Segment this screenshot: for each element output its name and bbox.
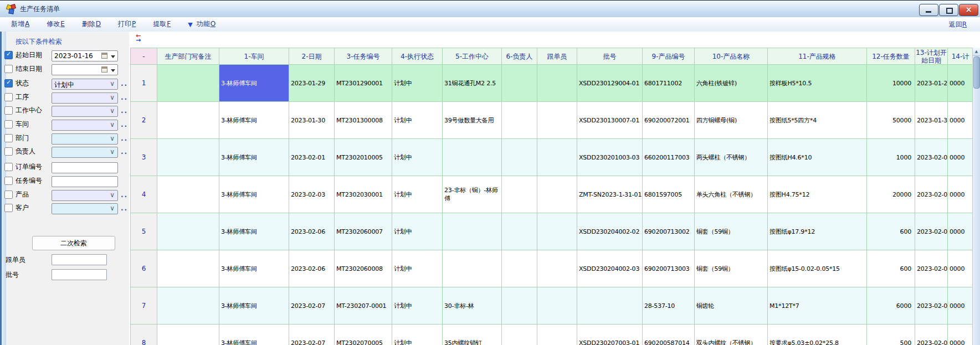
cell[interactable]: [537, 325, 577, 345]
cell[interactable]: 50000: [867, 102, 915, 139]
cell[interactable]: 2023-02-06: [289, 250, 335, 287]
cell[interactable]: [157, 65, 219, 102]
filter-checkbox[interactable]: [4, 120, 13, 128]
cell[interactable]: XSDD230204002-02: [577, 213, 643, 250]
cell[interactable]: XSDD230130007-01: [577, 102, 643, 139]
cell[interactable]: 690200713003: [643, 250, 695, 287]
cell[interactable]: 按样板H5*10.5: [768, 65, 867, 102]
cell[interactable]: 按图H4.75*12: [768, 176, 867, 213]
select-input[interactable]: [52, 147, 118, 158]
cell[interactable]: 0000: [948, 250, 973, 287]
cell[interactable]: 690200713002: [643, 213, 695, 250]
cell[interactable]: 计划中: [392, 176, 443, 213]
column-header[interactable]: 14-计: [948, 48, 973, 65]
cell[interactable]: 2023-01-29: [289, 65, 335, 102]
batch-input[interactable]: [52, 269, 107, 280]
column-header[interactable]: 9-产品编号: [643, 48, 695, 65]
column-header[interactable]: 6-负责人: [502, 48, 537, 65]
cell[interactable]: [502, 213, 537, 250]
menu-item-A[interactable]: 新增A: [11, 19, 29, 29]
select-input[interactable]: [52, 106, 118, 117]
cell[interactable]: 600: [867, 250, 915, 287]
close-button[interactable]: ×: [959, 4, 978, 16]
cell[interactable]: 3-林师傅车间: [219, 102, 289, 139]
cell[interactable]: 3-林师傅车间: [219, 176, 289, 213]
cell[interactable]: 六角柱(铁镀锌): [695, 65, 768, 102]
cell[interactable]: 2023-02-06: [915, 213, 948, 250]
column-header[interactable]: 3-任务编号: [335, 48, 392, 65]
cell[interactable]: M1*12T*7: [768, 287, 867, 325]
cell[interactable]: 0000: [948, 65, 973, 102]
cell[interactable]: 2023-02-03: [915, 176, 948, 213]
lookup-button[interactable]: [121, 107, 128, 115]
row-number-cell[interactable]: 4: [131, 176, 157, 213]
cell[interactable]: 690200587014: [643, 325, 695, 345]
text-input[interactable]: [52, 176, 118, 187]
cell[interactable]: [157, 250, 219, 287]
cell[interactable]: 0000: [948, 213, 973, 250]
lookup-button[interactable]: [121, 191, 128, 199]
cell[interactable]: 690200072001: [643, 102, 695, 139]
cell[interactable]: 20000: [867, 176, 915, 213]
swap-columns-icon[interactable]: ← →: [136, 34, 148, 44]
vertical-scrollbar[interactable]: [972, 48, 980, 345]
cell[interactable]: 2023-01-30: [915, 102, 948, 139]
cell[interactable]: 两头螺柱（不锈钢）: [695, 139, 768, 176]
filter-checkbox[interactable]: [4, 147, 13, 156]
menu-item-D[interactable]: 删除D: [82, 19, 101, 29]
filter-checkbox[interactable]: [4, 79, 13, 87]
minimize-button[interactable]: [919, 4, 938, 16]
cell[interactable]: 计划中: [392, 102, 443, 139]
cell[interactable]: 10000: [867, 65, 915, 102]
cell[interactable]: 计划中: [392, 250, 443, 287]
cell[interactable]: MT2301300008: [335, 102, 392, 139]
column-header[interactable]: 13-计划开始日期: [915, 48, 948, 65]
cell[interactable]: [537, 213, 577, 250]
cell[interactable]: 计划中: [392, 139, 443, 176]
cell[interactable]: [157, 176, 219, 213]
cell[interactable]: [577, 287, 643, 325]
lookup-button[interactable]: [121, 94, 128, 101]
cell[interactable]: ZMT-SN2023-1-31-01: [577, 176, 643, 213]
scroll-up-icon[interactable]: [973, 48, 980, 56]
cell[interactable]: [157, 287, 219, 325]
column-header[interactable]: 生产部门写备注: [157, 48, 219, 65]
cell[interactable]: [157, 213, 219, 250]
cell[interactable]: [443, 213, 502, 250]
cell[interactable]: 双头内螺纹（不锈钢）: [695, 325, 768, 345]
column-header[interactable]: 5-工作中心: [443, 48, 502, 65]
cell[interactable]: 2023-02-06: [289, 213, 335, 250]
filter-checkbox[interactable]: [4, 51, 13, 59]
column-header[interactable]: 11-产品规格: [768, 48, 867, 65]
filter-checkbox[interactable]: [4, 190, 13, 199]
cell[interactable]: XSDD230207003-01: [577, 325, 643, 345]
date-input[interactable]: [52, 64, 118, 75]
cell[interactable]: [537, 287, 577, 325]
cell[interactable]: 0000: [948, 139, 973, 176]
select-input[interactable]: 计划中: [52, 79, 118, 90]
select-input[interactable]: [52, 190, 118, 201]
lookup-button[interactable]: [121, 148, 128, 156]
filter-checkbox[interactable]: [4, 163, 13, 171]
cell[interactable]: 6801711002: [643, 65, 695, 102]
cell[interactable]: [157, 139, 219, 176]
cell[interactable]: 2023-01-29: [915, 65, 948, 102]
scrollbar-thumb[interactable]: [973, 56, 980, 89]
cell[interactable]: [537, 176, 577, 213]
cell[interactable]: 四方铜螺母(铜): [695, 102, 768, 139]
cell[interactable]: MT2302010005: [335, 139, 392, 176]
row-number-cell[interactable]: 2: [131, 102, 157, 139]
cell[interactable]: 按图纸5*5四方*4: [768, 102, 867, 139]
column-header[interactable]: 跟单员: [537, 48, 577, 65]
menu-item-E[interactable]: 修改E: [47, 19, 65, 29]
menu-item-P[interactable]: 打印P: [118, 19, 136, 29]
cell[interactable]: 0000: [948, 102, 973, 139]
lookup-button[interactable]: [121, 135, 128, 142]
filter-checkbox[interactable]: [4, 204, 13, 212]
row-number-cell[interactable]: 8: [131, 325, 157, 345]
tracker-input[interactable]: [52, 254, 107, 265]
cell[interactable]: 0000: [948, 325, 973, 345]
column-header[interactable]: 12-任务数量: [867, 48, 915, 65]
row-number-cell[interactable]: 5: [131, 213, 157, 250]
cell[interactable]: 3-林师傅车间: [219, 250, 289, 287]
